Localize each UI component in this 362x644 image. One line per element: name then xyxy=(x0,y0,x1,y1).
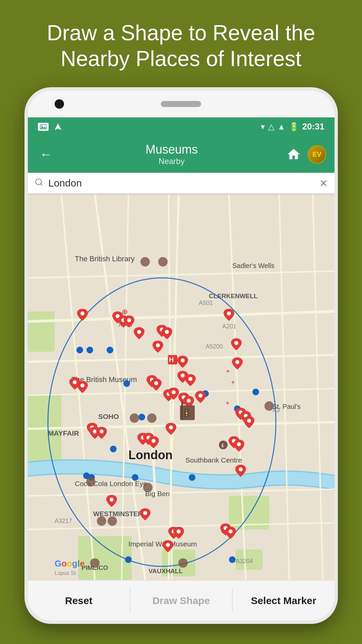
svg-point-2 xyxy=(41,125,43,127)
status-left-icons xyxy=(38,123,63,131)
svg-point-78 xyxy=(97,517,106,526)
svg-point-68 xyxy=(229,556,236,563)
svg-point-57 xyxy=(123,380,130,387)
draw-shape-button[interactable]: Draw Shape xyxy=(130,581,232,621)
svg-point-66 xyxy=(189,474,195,481)
svg-text:A3217: A3217 xyxy=(55,518,72,524)
svg-point-4 xyxy=(36,179,41,184)
search-bar: London ✕ xyxy=(28,173,335,194)
speaker xyxy=(161,101,201,107)
nav-status-icon xyxy=(53,123,63,131)
svg-text:Lupus St: Lupus St xyxy=(55,570,76,576)
svg-point-64 xyxy=(252,389,259,395)
wifi-icon: ▾ xyxy=(261,122,265,131)
svg-point-67 xyxy=(125,556,132,563)
svg-text:H: H xyxy=(169,356,174,363)
header-subtitle: Nearby xyxy=(59,157,284,166)
search-location-text: London xyxy=(48,177,319,189)
svg-text:A3204: A3204 xyxy=(236,558,253,565)
search-icon xyxy=(35,178,43,189)
select-marker-button[interactable]: Select Marker xyxy=(233,581,335,621)
background-headline: Draw a Shape to Reveal theNearby Places … xyxy=(0,20,362,72)
svg-point-74 xyxy=(158,257,168,267)
svg-text:A501: A501 xyxy=(199,300,213,306)
svg-point-76 xyxy=(130,414,139,423)
svg-text:A201: A201 xyxy=(222,323,236,330)
svg-point-59 xyxy=(110,446,117,452)
signal-icon: △ xyxy=(268,122,274,131)
ev-badge[interactable]: EV xyxy=(308,145,326,164)
svg-point-82 xyxy=(143,483,153,492)
svg-text:🚦: 🚦 xyxy=(182,409,191,418)
svg-text:The British Library: The British Library xyxy=(75,255,135,263)
svg-text:St. Paul's: St. Paul's xyxy=(273,403,301,410)
svg-point-75 xyxy=(264,401,274,411)
search-close-button[interactable]: ✕ xyxy=(319,177,328,189)
svg-point-73 xyxy=(140,257,150,267)
status-bar: ▾ △ ▲ 🔋 20:31 xyxy=(28,117,335,136)
svg-point-58 xyxy=(138,414,145,421)
reset-label: Reset xyxy=(65,595,93,606)
svg-text:Google: Google xyxy=(55,558,85,569)
svg-text:Sadler's Wells: Sadler's Wells xyxy=(232,262,275,269)
home-icon xyxy=(286,147,301,162)
map-area[interactable]: A400 A501 A5200 A201 A3217 A3204 A3 The … xyxy=(28,194,335,580)
svg-point-80 xyxy=(86,477,96,487)
header-actions: EV xyxy=(284,145,326,164)
phone-frame: ▾ △ ▲ 🔋 20:31 ← Museums Nearby xyxy=(24,87,338,624)
svg-text:Southbank Centre: Southbank Centre xyxy=(185,456,242,464)
battery-icon: 🔋 xyxy=(289,122,299,131)
svg-text:+: + xyxy=(231,379,235,386)
home-button[interactable] xyxy=(284,145,303,164)
svg-text:A5200: A5200 xyxy=(205,343,223,350)
svg-text:Coca Cola London Eye: Coca Cola London Eye xyxy=(75,480,147,487)
bottom-toolbar: Reset Draw Shape Select Marker xyxy=(28,580,335,621)
ev-badge-label: EV xyxy=(312,151,321,158)
draw-shape-label: Draw Shape xyxy=(153,595,210,606)
app-header: ← Museums Nearby EV xyxy=(28,136,335,173)
svg-rect-0 xyxy=(40,124,47,129)
select-marker-label: Select Marker xyxy=(251,595,316,606)
signal2-icon: ▲ xyxy=(278,122,286,131)
map-svg: A400 A501 A5200 A201 A3217 A3204 A3 The … xyxy=(28,194,335,580)
phone-top-area xyxy=(28,91,335,117)
svg-text:£: £ xyxy=(222,443,224,448)
svg-point-77 xyxy=(147,414,157,423)
image-status-icon xyxy=(38,123,49,131)
svg-marker-3 xyxy=(55,123,61,130)
svg-point-54 xyxy=(76,347,83,354)
svg-point-61 xyxy=(132,474,138,481)
svg-point-81 xyxy=(90,558,100,568)
svg-text:MAYFAIR: MAYFAIR xyxy=(48,429,79,437)
svg-line-5 xyxy=(41,184,42,185)
svg-point-83 xyxy=(178,558,188,568)
back-button[interactable]: ← xyxy=(36,144,56,165)
svg-text:WESTMINSTER: WESTMINSTER xyxy=(93,510,143,518)
phone-inner: ▾ △ ▲ 🔋 20:31 ← Museums Nearby xyxy=(28,91,335,621)
header-title-area: Museums Nearby xyxy=(59,143,284,166)
svg-rect-8 xyxy=(28,312,55,352)
camera xyxy=(55,99,64,109)
clock: 20:31 xyxy=(302,121,325,132)
svg-text:London: London xyxy=(128,448,173,462)
svg-point-79 xyxy=(108,517,117,526)
svg-point-56 xyxy=(107,347,113,354)
svg-point-55 xyxy=(86,347,93,354)
header-title: Museums xyxy=(59,143,284,157)
reset-button[interactable]: Reset xyxy=(28,581,130,621)
svg-text:+: + xyxy=(226,399,230,407)
svg-text:SOHO: SOHO xyxy=(98,413,119,420)
status-right-icons: ▾ △ ▲ 🔋 20:31 xyxy=(261,121,324,132)
svg-text:VAUXHALL: VAUXHALL xyxy=(148,568,183,575)
svg-text:+: + xyxy=(226,368,230,375)
